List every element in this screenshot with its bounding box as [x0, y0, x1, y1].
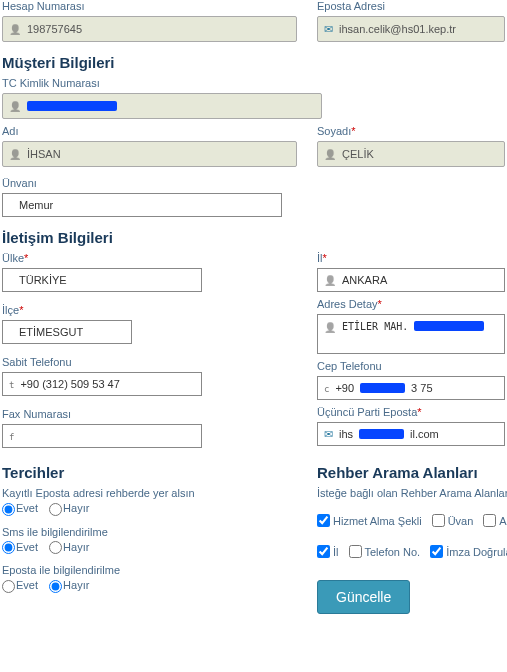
phone-icon: [9, 378, 14, 390]
search-subtitle: İsteğe bağlı olan Rehber Arama Alanları.: [317, 487, 507, 499]
surname-label: Soyadı*: [317, 125, 505, 137]
district-value: ETİMESGUT: [9, 326, 83, 338]
country-select[interactable]: TÜRKİYE: [2, 268, 202, 292]
account-no-value: 198757645: [27, 23, 82, 35]
user-icon: [324, 321, 336, 333]
address-input[interactable]: ETİLER MAH.: [317, 314, 505, 354]
title-label: Ünvanı: [2, 177, 505, 189]
cb-imza[interactable]: [430, 545, 443, 558]
user-icon: [9, 23, 21, 35]
redacted-email: [359, 429, 404, 439]
phone-value: +90 (312) 509 53 47: [20, 378, 119, 390]
cb-telefon[interactable]: [349, 545, 362, 558]
province-select[interactable]: ANKARA: [317, 268, 505, 292]
country-value: TÜRKİYE: [9, 274, 67, 286]
update-button[interactable]: Güncelle: [317, 580, 410, 614]
cell-icon: [324, 382, 329, 394]
title-value: Memur: [9, 199, 53, 211]
section-customer: Müşteri Bilgileri: [2, 54, 505, 71]
user-icon: [9, 148, 21, 160]
title-input[interactable]: Memur: [2, 193, 282, 217]
address-label: Adres Detay*: [317, 298, 505, 310]
cell-prefix: +90: [335, 382, 354, 394]
surname-value: ÇELİK: [342, 148, 374, 160]
province-label: İl*: [317, 252, 505, 264]
name-value: İHSAN: [27, 148, 61, 160]
email-label: Eposta Adresi: [317, 0, 505, 12]
user-icon: [9, 100, 21, 112]
guide-yes-radio[interactable]: [2, 503, 15, 516]
email-value: ihsan.celik@hs01.kep.tr: [339, 23, 456, 35]
guide-no-radio[interactable]: [49, 503, 62, 516]
fax-label: Fax Numarası: [2, 408, 297, 420]
province-value: ANKARA: [342, 274, 387, 286]
cb-il[interactable]: [317, 545, 330, 558]
fax-icon: [9, 430, 14, 442]
account-no-field: 198757645: [2, 16, 297, 42]
cb-uvan[interactable]: [432, 514, 445, 527]
mail-icon: [324, 23, 333, 36]
fax-input[interactable]: [2, 424, 202, 448]
mail-icon: [324, 428, 333, 441]
email-field: ihsan.celik@hs01.kep.tr: [317, 16, 505, 42]
tc-field: [2, 93, 322, 119]
address-value: ETİLER MAH.: [342, 321, 408, 332]
cb-hizmet[interactable]: [317, 514, 330, 527]
sms-no-radio[interactable]: [49, 541, 62, 554]
redacted-tc: [27, 101, 117, 111]
country-label: Ülke*: [2, 252, 297, 264]
phone-input[interactable]: +90 (312) 509 53 47: [2, 372, 202, 396]
guide-pref-label: Kayıtlı Eposta adresi rehberde yer alsın: [2, 487, 297, 499]
district-select[interactable]: ETİMESGUT: [2, 320, 132, 344]
district-label: İlçe*: [2, 304, 297, 316]
cell-suffix: 3 75: [411, 382, 432, 394]
eposta-yes-radio[interactable]: [2, 580, 15, 593]
section-prefs: Tercihler: [2, 464, 297, 481]
third-email-label: Üçüncü Parti Eposta*: [317, 406, 505, 418]
section-search: Rehber Arama Alanları: [317, 464, 507, 481]
eposta-pref-group: Evet Hayır: [2, 579, 297, 593]
name-label: Adı: [2, 125, 297, 137]
name-field: İHSAN: [2, 141, 297, 167]
account-no-label: Hesap Numarası: [2, 0, 297, 12]
eposta-pref-label: Eposta ile bilgilendirilme: [2, 564, 297, 576]
user-icon: [324, 148, 336, 160]
cell-label: Cep Telefonu: [317, 360, 505, 372]
third-email-suffix: il.com: [410, 428, 439, 440]
redacted-cell: [360, 383, 405, 393]
third-email-input[interactable]: ihsil.com: [317, 422, 505, 446]
guide-pref-group: Evet Hayır: [2, 502, 297, 516]
redacted-address: [414, 321, 484, 331]
sms-pref-label: Sms ile bilgilendirilme: [2, 526, 297, 538]
eposta-no-radio[interactable]: [49, 580, 62, 593]
phone-label: Sabit Telefonu: [2, 356, 297, 368]
section-contact: İletişim Bilgileri: [2, 229, 505, 246]
surname-field: ÇELİK: [317, 141, 505, 167]
user-icon: [324, 274, 336, 286]
third-email-prefix: ihs: [339, 428, 353, 440]
sms-yes-radio[interactable]: [2, 541, 15, 554]
tc-label: TC Kimlik Numarası: [2, 77, 505, 89]
cell-input[interactable]: +90 3 75: [317, 376, 505, 400]
cb-adres[interactable]: [483, 514, 496, 527]
sms-pref-group: Evet Hayır: [2, 541, 297, 555]
